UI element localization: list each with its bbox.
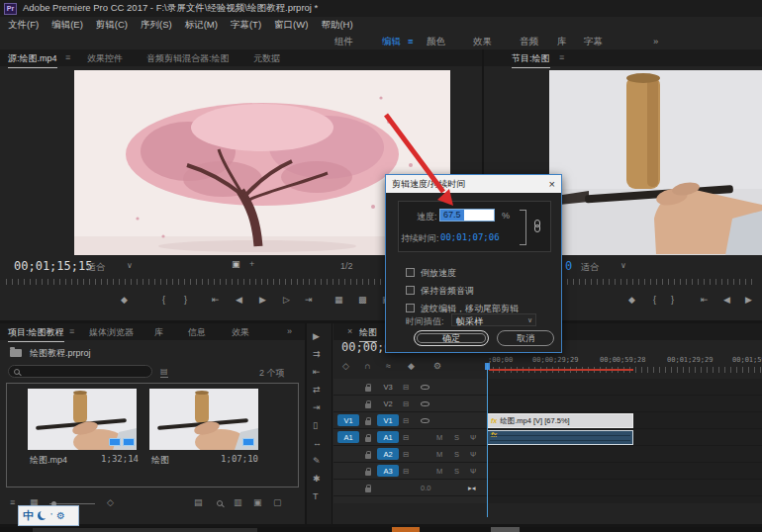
pen-tool[interactable]: ✎ bbox=[313, 456, 321, 466]
add-marker-icon[interactable]: ◆ bbox=[408, 361, 415, 371]
zoom-slider[interactable] bbox=[49, 503, 95, 504]
lock-icon[interactable] bbox=[365, 437, 371, 442]
menu-marker[interactable]: 标记(M) bbox=[185, 19, 218, 32]
razor-tool[interactable]: ▯ bbox=[313, 420, 318, 430]
new-item-icon[interactable]: ▣ bbox=[253, 497, 262, 507]
source-zoom-select[interactable]: 适合 bbox=[87, 261, 105, 274]
mute-button[interactable]: M bbox=[436, 450, 442, 459]
maintain-audio-pitch-checkbox[interactable] bbox=[406, 286, 415, 295]
list-view-icon[interactable]: ≡ bbox=[10, 497, 15, 507]
workspace-tab-color[interactable]: 颜色 bbox=[427, 36, 445, 48]
speed-input[interactable]: 67.5 bbox=[439, 209, 495, 222]
project-item-sequence[interactable]: 绘图 1;07;10 bbox=[149, 389, 260, 468]
tab-effects[interactable]: 效果 bbox=[232, 326, 249, 339]
slip-tool[interactable]: ↔ bbox=[313, 438, 322, 448]
time-interpolation-select[interactable]: 帧采样 ∨ bbox=[451, 313, 536, 326]
go-to-in-icon[interactable]: ⇤ bbox=[701, 295, 709, 305]
ime-punctuation-button[interactable]: ’ bbox=[50, 511, 52, 521]
automate-to-sequence-icon[interactable]: ◇ bbox=[107, 497, 114, 507]
program-zoom-dropdown-icon[interactable]: ∨ bbox=[620, 261, 626, 270]
go-to-in-icon[interactable]: ⇤ bbox=[212, 295, 220, 305]
duration-value[interactable]: 00;01;07;06 bbox=[440, 232, 500, 242]
project-item-clip[interactable]: 绘图.mp4 1;32;14 bbox=[28, 389, 139, 468]
workspace-menu-icon[interactable]: ≡ bbox=[408, 36, 414, 46]
go-to-out-icon[interactable]: ⇥ bbox=[305, 295, 313, 305]
tab-program[interactable]: 节目:绘图 bbox=[512, 52, 550, 68]
workspace-tab-libraries[interactable]: 库 bbox=[557, 36, 567, 48]
source-patch-v1[interactable]: V1 bbox=[337, 414, 359, 426]
timeline-video-clip[interactable]: fx绘图.mp4 [V] [67.5%] bbox=[487, 413, 633, 428]
workspace-overflow-icon[interactable]: » bbox=[653, 36, 658, 46]
play-icon[interactable]: ▶ bbox=[745, 295, 752, 305]
timeline-audio-clip[interactable]: fx bbox=[487, 430, 633, 445]
lock-icon[interactable] bbox=[365, 420, 371, 425]
source-track-icon[interactable]: ⊟ bbox=[403, 383, 409, 392]
ripple-edit-checkbox[interactable] bbox=[406, 304, 415, 312]
ripple-edit-tool[interactable]: ⇤ bbox=[313, 367, 321, 377]
lock-icon[interactable] bbox=[365, 488, 371, 492]
find-icon[interactable] bbox=[217, 500, 223, 506]
tab-project[interactable]: 项目:绘图教程 bbox=[8, 326, 64, 342]
menu-title[interactable]: 字幕(T) bbox=[231, 19, 261, 32]
track-button-a3[interactable]: A3 bbox=[377, 465, 399, 477]
track-output-eye-icon[interactable] bbox=[421, 385, 429, 390]
source-zoom-dropdown-icon[interactable]: ∨ bbox=[127, 261, 133, 270]
insert-icon[interactable]: ▦ bbox=[334, 295, 343, 305]
track-button-a2[interactable]: A2 bbox=[377, 448, 399, 460]
source-patch-a1[interactable]: A1 bbox=[337, 431, 359, 443]
mark-in-icon[interactable]: { bbox=[653, 295, 656, 305]
nest-toggle-icon[interactable]: ◇ bbox=[342, 361, 349, 371]
tab-audio-clip-mixer[interactable]: 音频剪辑混合器:绘图 bbox=[146, 52, 230, 65]
solo-button[interactable]: S bbox=[454, 433, 459, 442]
button-editor-icon[interactable]: + bbox=[249, 259, 254, 269]
mark-in-icon[interactable]: { bbox=[162, 295, 165, 305]
track-button-v3[interactable]: V3 bbox=[377, 381, 399, 393]
new-bin-icon[interactable]: ▥ bbox=[234, 497, 242, 507]
linked-selection-icon[interactable]: ≈ bbox=[386, 361, 391, 371]
sequence-name[interactable]: 绘图 bbox=[151, 454, 169, 467]
ime-language-button[interactable]: 中 bbox=[23, 508, 34, 523]
mute-button[interactable]: M bbox=[436, 433, 442, 442]
tab-media-browser[interactable]: 媒体浏览器 bbox=[89, 326, 134, 339]
taskbar-button-active[interactable] bbox=[392, 527, 420, 532]
menu-file[interactable]: 文件(F) bbox=[8, 19, 39, 32]
mark-out-icon[interactable]: } bbox=[184, 295, 187, 305]
menu-window[interactable]: 窗口(W) bbox=[274, 19, 308, 32]
play-icon[interactable]: ▶ bbox=[259, 295, 266, 305]
workspace-tab-audio[interactable]: 音频 bbox=[520, 36, 538, 48]
source-timecode[interactable]: 00;01;15;15 bbox=[14, 259, 92, 273]
clip-name[interactable]: 绘图.mp4 bbox=[30, 454, 67, 467]
source-resolution-select[interactable]: 1/2 bbox=[340, 261, 353, 271]
workspace-tab-editing[interactable]: 编辑 bbox=[382, 36, 401, 48]
snap-icon[interactable]: ∩ bbox=[364, 361, 370, 371]
workspace-tab-assembly[interactable]: 组件 bbox=[334, 36, 353, 48]
type-tool[interactable]: T bbox=[313, 491, 319, 501]
tab-effect-controls[interactable]: 效果控件 bbox=[87, 52, 123, 65]
track-output-eye-icon[interactable] bbox=[421, 418, 429, 423]
filter-bin-icon[interactable]: ▤ bbox=[160, 367, 168, 378]
track-button-a1[interactable]: A1 bbox=[377, 431, 399, 443]
step-back-icon[interactable]: ◀ bbox=[723, 295, 730, 305]
taskbar-button[interactable] bbox=[33, 528, 257, 532]
cancel-button[interactable]: 取消 bbox=[497, 330, 554, 346]
hand-tool[interactable]: ✱ bbox=[313, 474, 321, 484]
ime-settings-gear-icon[interactable]: ⚙ bbox=[56, 510, 65, 521]
overwrite-icon[interactable]: ▩ bbox=[358, 295, 367, 305]
track-output-eye-icon[interactable] bbox=[421, 401, 429, 406]
tab-metadata[interactable]: 元数据 bbox=[253, 52, 280, 65]
taskbar-button[interactable] bbox=[491, 527, 520, 532]
panel-menu-icon[interactable]: ≡ bbox=[65, 52, 70, 62]
rate-stretch-tool[interactable]: ⇥ bbox=[313, 402, 321, 412]
solo-button[interactable]: S bbox=[454, 467, 459, 476]
menu-edit[interactable]: 编辑(E) bbox=[51, 19, 83, 32]
tab-libraries[interactable]: 库 bbox=[154, 326, 163, 339]
project-search-input[interactable] bbox=[8, 365, 152, 378]
timeline-settings-icon[interactable]: ⚙ bbox=[433, 361, 441, 371]
tab-source[interactable]: 源:绘图.mp4 bbox=[8, 52, 57, 68]
step-forward-icon[interactable]: ▷ bbox=[283, 295, 290, 305]
playhead-line[interactable] bbox=[487, 363, 488, 517]
close-tab-icon[interactable]: × bbox=[347, 326, 352, 336]
lock-icon[interactable] bbox=[365, 471, 371, 476]
program-zoom-select[interactable]: 适合 bbox=[581, 261, 599, 274]
voiceover-mic-icon[interactable]: Ψ bbox=[470, 450, 476, 459]
